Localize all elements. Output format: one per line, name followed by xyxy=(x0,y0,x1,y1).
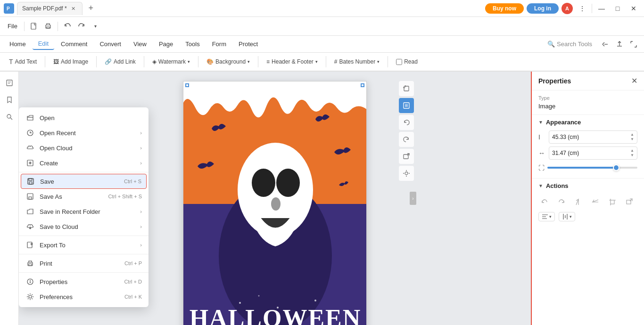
opacity-slider[interactable] xyxy=(547,167,637,170)
new-document-icon[interactable] xyxy=(27,20,41,33)
watermark-icon: ◈ xyxy=(152,58,157,65)
menu-item-preferences[interactable]: Preferences Ctrl + K xyxy=(19,289,149,304)
height-spinbox[interactable]: 45.33 (cm) ▲ ▼ xyxy=(549,130,637,144)
menu-item-create[interactable]: Create › xyxy=(19,155,149,171)
tab-close-button[interactable]: ✕ xyxy=(70,5,77,12)
menu-item-save-as[interactable]: Save As Ctrl + Shift + S xyxy=(19,189,149,204)
left-panel xyxy=(0,72,19,325)
action-rotate-left[interactable] xyxy=(538,196,551,208)
actions-icons-row-1 xyxy=(538,194,637,210)
maximize-button[interactable]: □ xyxy=(611,2,624,15)
action-flip-h[interactable] xyxy=(572,196,585,208)
undo-icon[interactable] xyxy=(61,20,74,33)
background-button[interactable]: 🎨 Background ▾ xyxy=(201,56,255,67)
add-text-button[interactable]: T Add Text xyxy=(4,56,42,68)
rotate-right-icon[interactable] xyxy=(399,132,414,147)
open-cloud-label: Open Cloud xyxy=(40,145,135,152)
action-replace[interactable] xyxy=(623,196,636,208)
expand-icon[interactable] xyxy=(627,38,640,51)
dropdown-icon[interactable]: ▾ xyxy=(89,20,102,33)
left-icon-search[interactable] xyxy=(2,109,17,124)
appearance-section-header[interactable]: ▼ Appearance xyxy=(532,115,644,129)
print-icon[interactable] xyxy=(41,20,55,33)
left-icon-pages[interactable] xyxy=(2,75,17,90)
header-footer-button[interactable]: ≡ Header & Footer ▾ xyxy=(261,56,323,67)
slider-thumb[interactable] xyxy=(613,164,619,171)
buy-now-button[interactable]: Buy now xyxy=(485,3,524,14)
menu-view[interactable]: View xyxy=(128,39,152,49)
menu-item-save-recent[interactable]: Save in Recent Folder › xyxy=(19,204,149,219)
width-icon: ↔ xyxy=(538,149,546,157)
menu-home[interactable]: Home xyxy=(4,39,32,49)
floating-toolbar xyxy=(399,81,414,181)
minimize-button[interactable]: — xyxy=(595,2,608,15)
edit-sep-3 xyxy=(144,56,144,67)
selection-handle-tl[interactable] xyxy=(185,83,189,87)
menu-item-save[interactable]: Save Ctrl + S xyxy=(21,174,147,189)
login-button[interactable]: Log in xyxy=(527,3,559,14)
save-icon xyxy=(26,177,35,186)
action-flip-v[interactable] xyxy=(589,196,602,208)
edit-sep-2 xyxy=(96,56,97,67)
selection-handle-tr[interactable] xyxy=(361,83,364,87)
distribute-dropdown[interactable]: ▾ xyxy=(559,212,575,221)
open-label: Open xyxy=(40,114,142,122)
add-tab-button[interactable]: + xyxy=(85,3,97,14)
close-button[interactable]: ✕ xyxy=(627,2,640,15)
properties-icon xyxy=(25,277,35,286)
add-image-button[interactable]: 🖼 Add Image xyxy=(48,56,93,67)
current-tab[interactable]: Sample PDF.pdf * ✕ xyxy=(17,2,83,15)
user-avatar[interactable]: A xyxy=(561,3,573,14)
height-down-arrow[interactable]: ▼ xyxy=(630,137,634,142)
left-icon-bookmarks[interactable] xyxy=(2,92,17,107)
crop-image-icon[interactable] xyxy=(399,98,414,113)
export-arrow: › xyxy=(140,242,142,248)
file-menu-button[interactable]: File xyxy=(4,20,21,33)
add-link-button[interactable]: 🔗 Add Link xyxy=(99,56,141,67)
more-options-button[interactable]: ⋮ xyxy=(576,2,589,15)
menu-form[interactable]: Form xyxy=(206,39,232,49)
redo-icon[interactable] xyxy=(75,20,88,33)
save-recent-label: Save in Recent Folder xyxy=(40,208,135,215)
search-tools-button[interactable]: 🔍 Search Tools xyxy=(542,39,598,49)
upload-icon[interactable] xyxy=(613,38,626,51)
crop-icon[interactable] xyxy=(399,81,414,96)
width-up-arrow[interactable]: ▲ xyxy=(630,148,634,153)
width-spinbox[interactable]: 31.47 (cm) ▲ ▼ xyxy=(549,146,637,160)
read-checkbox[interactable] xyxy=(396,59,402,65)
menu-item-open-recent[interactable]: Open Recent › xyxy=(19,125,149,140)
width-value: 31.47 (cm) xyxy=(552,150,579,156)
height-up-arrow[interactable]: ▲ xyxy=(630,132,634,137)
sidebar-close-button[interactable]: ✕ xyxy=(631,76,637,85)
properties-shortcut: Ctrl + D xyxy=(124,279,142,284)
settings-icon[interactable] xyxy=(399,166,414,181)
replace-image-icon[interactable] xyxy=(399,149,414,164)
bates-icon: # xyxy=(334,58,338,65)
menu-item-open-cloud[interactable]: Open Cloud › xyxy=(19,140,149,155)
width-down-arrow[interactable]: ▼ xyxy=(630,153,634,158)
bates-number-button[interactable]: # Bates Number ▾ xyxy=(329,56,385,67)
menu-tools[interactable]: Tools xyxy=(180,39,205,49)
menu-page[interactable]: Page xyxy=(153,39,179,49)
share-icon[interactable] xyxy=(599,38,612,51)
menu-item-properties[interactable]: Properties Ctrl + D xyxy=(19,274,149,289)
menu-comment[interactable]: Comment xyxy=(55,39,93,49)
menu-convert[interactable]: Convert xyxy=(94,39,127,49)
menu-edit[interactable]: Edit xyxy=(33,38,54,50)
actions-section-header[interactable]: ▼ Actions xyxy=(532,179,644,192)
menu-item-print[interactable]: Print Ctrl + P xyxy=(19,256,149,271)
save-label: Save xyxy=(40,178,119,185)
read-button[interactable]: Read xyxy=(391,56,423,67)
open-cloud-arrow: › xyxy=(140,145,142,151)
watermark-button[interactable]: ◈ Watermark ▾ xyxy=(147,56,195,67)
align-dropdown[interactable]: ▾ xyxy=(538,212,555,221)
menu-item-save-cloud[interactable]: Save to Cloud › xyxy=(19,219,149,234)
menu-item-open[interactable]: Open xyxy=(19,110,149,125)
menu-protect[interactable]: Protect xyxy=(233,39,264,49)
pdf-canvas: HALLOWEEN xyxy=(183,81,367,325)
action-rotate-right[interactable] xyxy=(555,196,568,208)
rotate-left-icon[interactable] xyxy=(399,115,414,130)
page-nav-arrow[interactable]: › xyxy=(410,192,416,205)
action-crop[interactable] xyxy=(606,196,619,208)
menu-item-export[interactable]: Export To › xyxy=(19,237,149,252)
